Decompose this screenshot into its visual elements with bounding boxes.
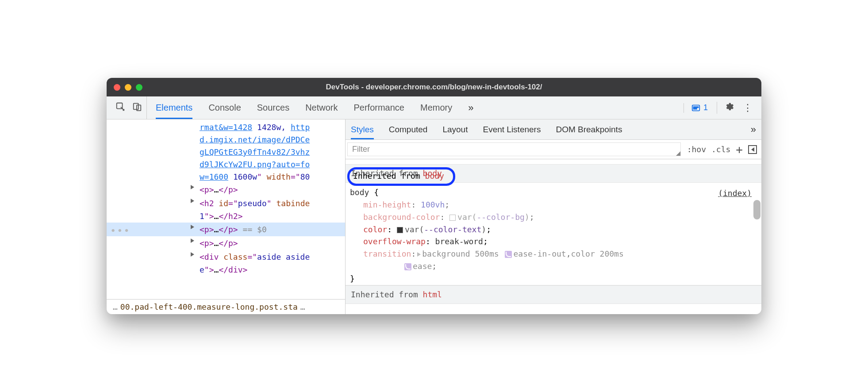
annotation-highlight: Inherited from body bbox=[347, 167, 455, 186]
kebab-menu-icon[interactable]: ⋮ bbox=[743, 102, 753, 114]
expand-shorthand-icon[interactable] bbox=[417, 252, 421, 257]
inspect-icon[interactable] bbox=[115, 102, 125, 114]
stylesheet-source-link[interactable]: (index) bbox=[718, 187, 752, 200]
resize-handle-icon[interactable] bbox=[676, 151, 680, 156]
styles-rules[interactable]: Inherited from body Inherited from body … bbox=[346, 165, 761, 314]
css-declaration[interactable]: min-height: 100vh; bbox=[350, 199, 761, 211]
dom-element[interactable]: <div bbox=[200, 252, 223, 261]
svg-rect-4 bbox=[693, 107, 698, 108]
tab-memory[interactable]: Memory bbox=[420, 96, 452, 119]
bezier-editor-icon[interactable] bbox=[404, 263, 411, 270]
tab-sources[interactable]: Sources bbox=[257, 96, 289, 119]
dom-element[interactable]: <p> bbox=[200, 185, 214, 194]
breadcrumb-path[interactable]: 00.pad-left-400.measure-long.post.sta bbox=[120, 302, 298, 311]
subtab-dom-breakpoints[interactable]: DOM Breakpoints bbox=[556, 119, 622, 139]
tab-network[interactable]: Network bbox=[305, 96, 338, 119]
css-declaration[interactable]: transition:background 500ms ease-in-out,… bbox=[350, 248, 761, 260]
color-swatch-icon[interactable] bbox=[397, 227, 403, 233]
zoom-window-button[interactable] bbox=[136, 84, 142, 91]
computed-sidebar-icon[interactable] bbox=[748, 145, 757, 154]
styles-panel: Styles Computed Layout Event Listeners D… bbox=[346, 119, 761, 314]
expand-icon[interactable] bbox=[191, 225, 194, 229]
main-toolbar: Elements Console Sources Network Perform… bbox=[107, 96, 761, 119]
dom-text: rmat&w=1428 bbox=[200, 123, 252, 132]
css-declaration[interactable]: overflow-wrap: break-word; bbox=[350, 235, 761, 248]
device-toolbar-icon[interactable] bbox=[132, 102, 142, 114]
issues-badge[interactable]: 1 bbox=[684, 103, 708, 113]
minimize-window-button[interactable] bbox=[125, 84, 131, 91]
rule-selector[interactable]: body bbox=[350, 188, 369, 197]
dom-tree-panel: rmat&w=1428 1428w, http d.imgix.net/imag… bbox=[107, 119, 346, 314]
titlebar: DevTools - developer.chrome.com/blog/new… bbox=[107, 78, 761, 96]
dom-element[interactable]: <h2 bbox=[200, 199, 219, 208]
subtab-event-listeners[interactable]: Event Listeners bbox=[483, 119, 541, 139]
svg-rect-1 bbox=[134, 104, 138, 110]
breadcrumb-scroll-left[interactable]: … bbox=[113, 302, 118, 311]
expand-icon[interactable] bbox=[191, 252, 194, 257]
styles-filter-input[interactable]: Filter bbox=[347, 142, 681, 156]
breadcrumb[interactable]: … 00.pad-left-400.measure-long.post.sta … bbox=[107, 299, 345, 314]
window-controls bbox=[114, 84, 142, 91]
settings-icon[interactable] bbox=[717, 102, 734, 114]
dom-element[interactable]: <p> bbox=[200, 238, 214, 248]
expand-icon[interactable] bbox=[191, 238, 194, 243]
color-swatch-icon[interactable] bbox=[449, 215, 456, 221]
expand-icon[interactable] bbox=[191, 199, 194, 203]
expand-icon[interactable] bbox=[191, 185, 194, 189]
subtab-styles[interactable]: Styles bbox=[351, 119, 374, 139]
breadcrumb-scroll-right[interactable]: … bbox=[300, 302, 305, 311]
cls-toggle[interactable]: .cls bbox=[711, 145, 730, 154]
dom-tree[interactable]: rmat&w=1428 1428w, http d.imgix.net/imag… bbox=[107, 119, 345, 299]
tab-performance[interactable]: Performance bbox=[354, 96, 405, 119]
subtab-layout[interactable]: Layout bbox=[442, 119, 468, 139]
tab-console[interactable]: Console bbox=[208, 96, 241, 119]
inherited-from-element[interactable]: html bbox=[423, 290, 442, 299]
more-tabs-icon[interactable]: » bbox=[468, 102, 473, 114]
console-reference: == $0 bbox=[243, 225, 267, 234]
issues-count: 1 bbox=[703, 103, 708, 112]
tab-elements[interactable]: Elements bbox=[156, 96, 192, 119]
close-window-button[interactable] bbox=[114, 84, 120, 91]
devtools-window: DevTools - developer.chrome.com/blog/new… bbox=[107, 78, 761, 314]
window-title: DevTools - developer.chrome.com/blog/new… bbox=[326, 83, 542, 92]
css-declaration[interactable]: background-color: var(--color-bg); bbox=[350, 211, 761, 223]
css-declaration[interactable]: color: var(--color-text); bbox=[350, 223, 761, 236]
new-style-rule-icon[interactable]: + bbox=[736, 143, 743, 156]
more-subtabs-icon[interactable]: » bbox=[751, 124, 756, 135]
svg-rect-5 bbox=[693, 108, 696, 109]
selected-dom-node[interactable]: •••<p>…</p> == $0 bbox=[107, 223, 345, 236]
subtab-computed[interactable]: Computed bbox=[389, 119, 428, 139]
inherited-from-header[interactable]: Inherited from html bbox=[346, 285, 761, 304]
hov-toggle[interactable]: :hov bbox=[687, 145, 706, 154]
bezier-editor-icon[interactable] bbox=[505, 251, 512, 258]
